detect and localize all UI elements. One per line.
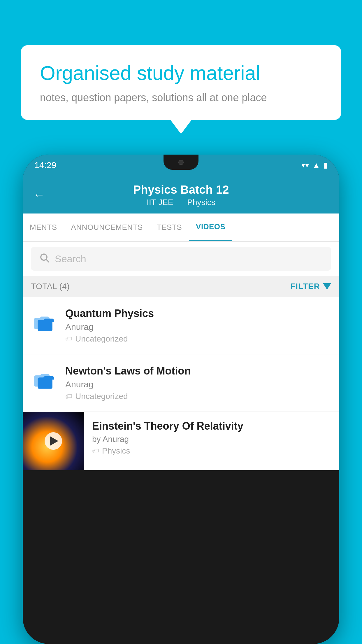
tag-text-3: Physics (102, 446, 130, 456)
item-title-2: Newton's Laws of Motion (65, 365, 331, 377)
search-box[interactable]: Search (31, 247, 331, 271)
play-icon (50, 436, 58, 446)
thumbnail-wrapper (23, 412, 84, 470)
header-subtitle: IIT JEE Physics (33, 198, 329, 207)
thumbnail-tag: 🏷 Physics (92, 446, 331, 456)
content-area: Quantum Physics Anurag 🏷 Uncategorized (23, 297, 339, 470)
tabs-bar: MENTS ANNOUNCEMENTS TESTS VIDEOS (23, 214, 339, 242)
thumbnail-bg (23, 412, 84, 470)
tab-tests[interactable]: TESTS (150, 214, 189, 241)
status-bar: 14:29 ▾▾ ▲ ▮ (23, 155, 339, 176)
filter-icon (323, 283, 331, 290)
wifi-icon: ▾▾ (301, 161, 309, 170)
item-info-2: Newton's Laws of Motion Anurag 🏷 Uncateg… (65, 365, 331, 401)
folder-icon-1 (34, 312, 55, 333)
tag-icon-1: 🏷 (65, 335, 72, 343)
phone-notch (164, 155, 198, 170)
folder-icon-2 (34, 370, 55, 391)
thumbnail-title: Einstein's Theory Of Relativity (92, 420, 331, 432)
search-input-placeholder[interactable]: Search (55, 253, 86, 265)
tab-videos[interactable]: VIDEOS (189, 214, 232, 241)
item-info-1: Quantum Physics Anurag 🏷 Uncategorized (65, 307, 331, 344)
status-icons: ▾▾ ▲ ▮ (301, 161, 328, 170)
folder-icon-wrapper-1 (31, 310, 57, 336)
header-subtitle-iitjee: IIT JEE (147, 198, 173, 207)
tag-icon-2: 🏷 (65, 392, 72, 400)
thumbnail-author: by Anurag (92, 435, 331, 444)
bubble-title: Organised study material (40, 61, 322, 85)
svg-line-1 (46, 260, 49, 262)
item-tag-2: 🏷 Uncategorized (65, 392, 331, 401)
front-camera (178, 160, 184, 165)
tag-text-2: Uncategorized (75, 392, 128, 401)
app-header: ← Physics Batch 12 IIT JEE Physics (23, 176, 339, 214)
speech-bubble: Organised study material notes, question… (21, 45, 341, 120)
folder-icon-wrapper-2 (31, 367, 57, 393)
list-item[interactable]: Newton's Laws of Motion Anurag 🏷 Uncateg… (23, 354, 339, 412)
header-subtitle-physics: Physics (187, 198, 215, 207)
back-button[interactable]: ← (33, 188, 45, 201)
total-count: TOTAL (4) (31, 282, 70, 291)
thumbnail-info: Einstein's Theory Of Relativity by Anura… (84, 412, 339, 464)
tab-announcements[interactable]: ANNOUNCEMENTS (64, 214, 150, 241)
search-icon (39, 252, 50, 265)
list-item[interactable]: Quantum Physics Anurag 🏷 Uncategorized (23, 297, 339, 354)
list-item-thumbnail[interactable]: Einstein's Theory Of Relativity by Anura… (23, 412, 339, 470)
item-title-1: Quantum Physics (65, 307, 331, 320)
item-author-1: Anurag (65, 322, 331, 332)
battery-icon: ▮ (324, 161, 328, 170)
filter-bar: TOTAL (4) FILTER (23, 276, 339, 297)
tab-ments[interactable]: MENTS (23, 214, 64, 241)
item-tag-1: 🏷 Uncategorized (65, 334, 331, 344)
signal-icon: ▲ (312, 161, 320, 170)
speech-bubble-container: Organised study material notes, question… (21, 45, 341, 120)
tag-text-1: Uncategorized (75, 334, 128, 344)
filter-label: FILTER (290, 282, 320, 291)
status-time: 14:29 (34, 160, 56, 170)
item-author-2: Anurag (65, 379, 331, 389)
tag-icon-3: 🏷 (92, 447, 99, 455)
bubble-subtitle: notes, question papers, solutions all at… (40, 92, 322, 104)
search-container: Search (23, 242, 339, 276)
filter-button[interactable]: FILTER (290, 282, 331, 291)
phone-frame: 14:29 ▾▾ ▲ ▮ ← Physics Batch 12 IIT JEE … (23, 155, 339, 644)
play-button[interactable] (45, 432, 62, 450)
header-title: Physics Batch 12 (33, 183, 329, 197)
